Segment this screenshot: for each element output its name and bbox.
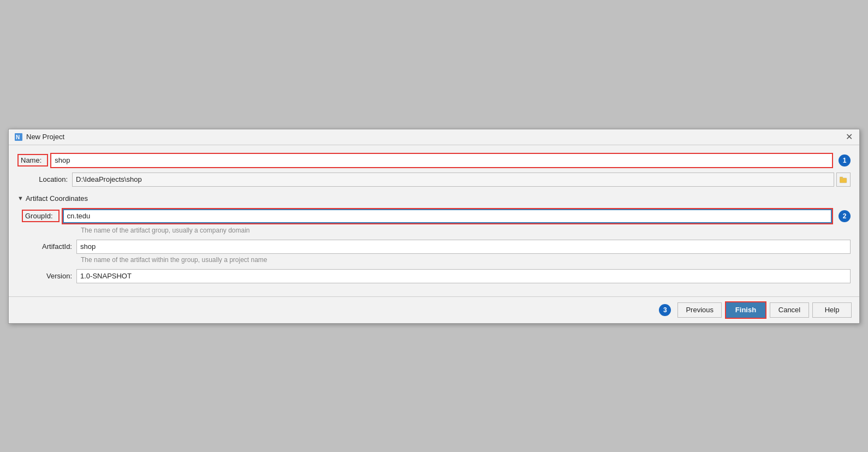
finish-button[interactable]: Finish [726, 302, 765, 318]
groupid-hint: The name of the artifact group, usually … [81, 227, 851, 234]
name-row: Name: 1 [17, 153, 851, 168]
version-input[interactable] [76, 269, 851, 283]
artifactid-label: ArtifactId: [22, 242, 76, 251]
artifact-section-title: Artifact Coordinates [26, 194, 88, 203]
section-arrow: ▼ [17, 195, 23, 201]
groupid-input-outer [62, 208, 833, 224]
dialog-content: Name: 1 Location: ▼ Artifact Coordinates [9, 145, 859, 296]
svg-text:N: N [16, 134, 20, 140]
artifactid-hint: The name of the artifact within the grou… [81, 256, 851, 264]
location-input[interactable] [72, 173, 834, 187]
groupid-label-box: GroupId: [22, 210, 60, 222]
artifactid-row: ArtifactId: [22, 240, 851, 254]
finish-button-box: Finish [725, 301, 766, 319]
groupid-label: GroupId: [25, 212, 53, 220]
version-row: Version: [22, 269, 851, 283]
location-label: Location: [17, 175, 72, 183]
artifact-section: GroupId: 2 The name of the artifact grou… [22, 208, 851, 283]
dialog-footer: 3 Previous Finish Cancel Help [9, 296, 859, 323]
svg-rect-3 [840, 177, 843, 179]
title-bar-left: N New Project [14, 133, 64, 141]
browse-button[interactable] [836, 173, 851, 187]
name-label: Name: [21, 156, 41, 164]
close-button[interactable]: ✕ [845, 133, 854, 141]
artifact-section-header[interactable]: ▼ Artifact Coordinates [17, 194, 851, 203]
previous-button[interactable]: Previous [677, 302, 722, 318]
version-label: Version: [22, 272, 76, 280]
badge-1: 1 [839, 154, 851, 166]
artifactid-input[interactable] [76, 240, 851, 254]
groupid-input[interactable] [63, 209, 832, 223]
name-label-box: Name: [17, 154, 48, 166]
svg-rect-2 [840, 178, 847, 183]
name-input[interactable] [51, 154, 832, 167]
location-row: Location: [17, 173, 851, 187]
name-input-box [50, 153, 833, 168]
groupid-row: GroupId: 2 [22, 208, 851, 224]
cancel-button[interactable]: Cancel [770, 302, 809, 318]
badge-2: 2 [839, 210, 851, 222]
dialog-icon: N [14, 133, 23, 141]
title-bar: N New Project ✕ [9, 129, 859, 145]
new-project-dialog: N New Project ✕ Name: 1 Location: [8, 129, 860, 324]
help-button[interactable]: Help [812, 302, 852, 318]
folder-icon [840, 176, 847, 183]
dialog-title: New Project [26, 133, 64, 141]
badge-3: 3 [659, 304, 671, 316]
